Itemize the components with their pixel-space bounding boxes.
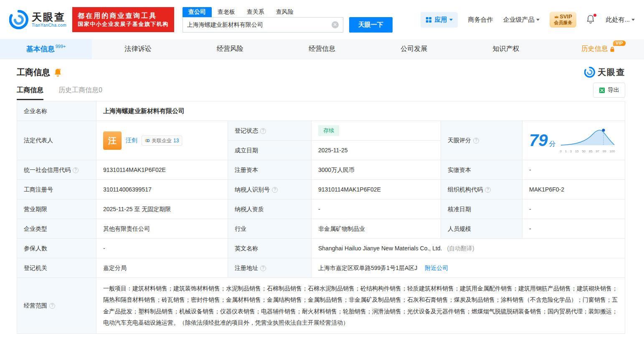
tab-operating-info[interactable]: 经营信息 <box>276 39 368 59</box>
legal-rep-cell: 汪 汪剑 关联企业 13 <box>96 121 228 160</box>
tab-intellectual-property[interactable]: 知识产权 <box>460 39 552 59</box>
link-rings-icon <box>145 139 150 143</box>
menu-enterprise-products[interactable]: 企业级产品 <box>503 16 540 24</box>
subtab-history-business-info[interactable]: 历史工商信息0 <box>58 86 102 100</box>
tab-basic-info-count: 999+ <box>56 44 66 49</box>
approval-date-value: - <box>522 199 625 219</box>
reg-authority-value: 嘉定分局 <box>96 258 228 278</box>
related-companies-label: 关联企业 <box>152 137 172 144</box>
help-icon[interactable] <box>272 187 278 193</box>
orange-bell-icon <box>54 68 62 77</box>
apps-label: 应用 <box>434 16 447 24</box>
reg-status-cell: 存续 <box>312 121 441 141</box>
banner-line1: 都在用的商业查询工具 <box>78 11 169 20</box>
row-business-term: 营业期限 2025-11-25 至 无固定期限 纳税人资质 - 核准日期 - <box>17 199 625 219</box>
score-distribution-chart: 0131550859799100 <box>560 127 615 154</box>
approval-date-label: 核准日期 <box>441 199 522 219</box>
row-insured-count: 参保人数 - 英文名称 Shanghai Hailuo Jianye New M… <box>17 239 625 258</box>
lock-icon <box>610 46 615 52</box>
chevron-down-icon <box>631 19 635 21</box>
tab-legal-proceedings[interactable]: 法律诉讼 <box>92 39 184 59</box>
vip-badge: VIP <box>613 40 626 46</box>
org-code-value: MAK1P6F0-2 <box>522 180 625 199</box>
svip-label: SVIP <box>560 13 572 20</box>
search-input[interactable] <box>187 22 332 28</box>
business-term-label: 营业期限 <box>17 199 96 219</box>
tianyancha-logo-icon <box>584 67 595 78</box>
row-credit-code: 统一社会信用代码 91310114MAK1P6F02E 注册资本 3000万人民… <box>17 160 625 180</box>
score-axis: 0131550859799100 <box>560 149 615 154</box>
english-name-label: 英文名称 <box>228 239 312 258</box>
taxpayer-quality-value: - <box>312 199 441 219</box>
help-icon[interactable] <box>260 128 266 134</box>
section-title: 工商信息 <box>17 67 50 78</box>
export-button[interactable]: 导出 <box>593 83 625 98</box>
tianyancha-company-page: 天眼查 TianYanCha.com 都在用的商业查询工具 国家中小企业发展子基… <box>0 0 644 348</box>
score-cell: 79分 0131550859799100 <box>522 121 625 160</box>
reg-authority-label: 登记机关 <box>17 258 96 278</box>
search-tab-company[interactable]: 查公司 <box>183 7 212 17</box>
row-reg-authority: 登记机关 嘉定分局 注册地址 上海市嘉定区双单路599弄1号1层A区J 附近公司 <box>17 258 625 278</box>
search-tab-risk[interactable]: 查风险 <box>270 7 299 17</box>
tab-history-info[interactable]: 历史信息 VIP <box>552 39 644 59</box>
svip-membership-button[interactable]: SVIP 会员服务 <box>550 12 576 28</box>
corner-watermark-logo: 天眼查 <box>584 67 625 78</box>
tab-operating-risk[interactable]: 经营风险 <box>184 39 276 59</box>
subscribe-bell-button[interactable] <box>54 68 62 77</box>
tab-basic-info[interactable]: 基本信息 999+ <box>0 39 92 59</box>
logo-title: 天眼查 <box>32 12 66 23</box>
company-name-value: 上海海螺建业新材料有限公司 <box>96 101 625 121</box>
subtab-row: 工商信息 历史工商信息0 导出 <box>17 83 625 100</box>
help-icon[interactable] <box>73 167 79 173</box>
credit-code-value: 91310114MAK1P6F02E <box>96 160 228 180</box>
legal-rep-link[interactable]: 汪剑 <box>126 136 137 145</box>
export-label: 导出 <box>608 86 619 94</box>
score-curve <box>560 127 615 146</box>
score-number: 79 <box>529 131 548 149</box>
clear-search-icon[interactable]: ✕ <box>332 21 339 28</box>
company-type-value: 其他有限责任公司 <box>96 219 228 239</box>
business-term-value: 2025-11-25 至 无固定期限 <box>96 199 228 219</box>
help-icon[interactable] <box>473 138 479 144</box>
apps-grid-icon <box>426 17 432 23</box>
apps-menu-button[interactable]: 应用 <box>421 12 458 28</box>
company-type-label: 企业类型 <box>17 219 96 239</box>
legal-rep-label: 法定代表人 <box>17 121 96 160</box>
reg-capital-value: 3000万人民币 <box>312 160 441 180</box>
help-icon[interactable] <box>485 187 491 193</box>
paid-capital-label: 实缴资本 <box>441 160 522 180</box>
credit-code-label: 统一社会信用代码 <box>17 160 96 180</box>
chevron-down-icon <box>449 19 453 21</box>
tianyancha-logo[interactable]: 天眼查 TianYanCha.com <box>9 10 66 29</box>
search-tab-relation[interactable]: 查关系 <box>241 7 270 17</box>
staff-size-label: 人员规模 <box>441 219 522 239</box>
english-name-cell: Shanghai Hailuo Jianye New Materials Co.… <box>312 239 625 258</box>
insured-count-value: - <box>96 239 228 258</box>
help-icon[interactable] <box>260 265 266 271</box>
user-name: 此处有... <box>606 16 630 24</box>
notifications-bell-button[interactable] <box>586 15 596 25</box>
nearby-companies-link[interactable]: 附近公司 <box>425 265 448 271</box>
user-account-button[interactable]: 此处有... <box>606 16 635 24</box>
svip-member-service-label: 会员服务 <box>554 20 572 26</box>
reg-address-label: 注册地址 <box>228 258 312 278</box>
help-icon[interactable] <box>49 303 55 309</box>
related-companies-count[interactable]: 13 <box>173 137 179 144</box>
top-bar: 天眼查 TianYanCha.com 都在用的商业查询工具 国家中小企业发展子基… <box>0 0 644 39</box>
tab-company-development[interactable]: 公司发展 <box>368 39 460 59</box>
insured-count-label: 参保人数 <box>17 239 96 258</box>
company-name-label: 企业名称 <box>17 101 96 121</box>
legal-rep-avatar[interactable]: 汪 <box>103 131 122 150</box>
business-scope-label: 经营范围 <box>17 278 96 334</box>
search-tab-boss[interactable]: 查老板 <box>212 7 241 17</box>
subtab-business-info[interactable]: 工商信息 <box>17 86 43 100</box>
reg-address-cell: 上海市嘉定区双单路599弄1号1层A区J 附近公司 <box>312 258 625 278</box>
business-info-table: 企业名称 上海海螺建业新材料有限公司 法定代表人 汪 汪剑 关联企业 <box>17 101 625 334</box>
menu-business-cooperation[interactable]: 商务合作 <box>468 16 493 24</box>
logo-subtitle: TianYanCha.com <box>32 23 66 28</box>
search-tabs: 查公司 查老板 查关系 查风险 <box>183 7 393 17</box>
search-button[interactable]: 天眼一下 <box>349 17 393 33</box>
crown-icon <box>554 15 559 19</box>
enterprise-products-label: 企业级产品 <box>503 16 534 24</box>
related-companies-badge[interactable]: 关联企业 13 <box>142 136 182 146</box>
